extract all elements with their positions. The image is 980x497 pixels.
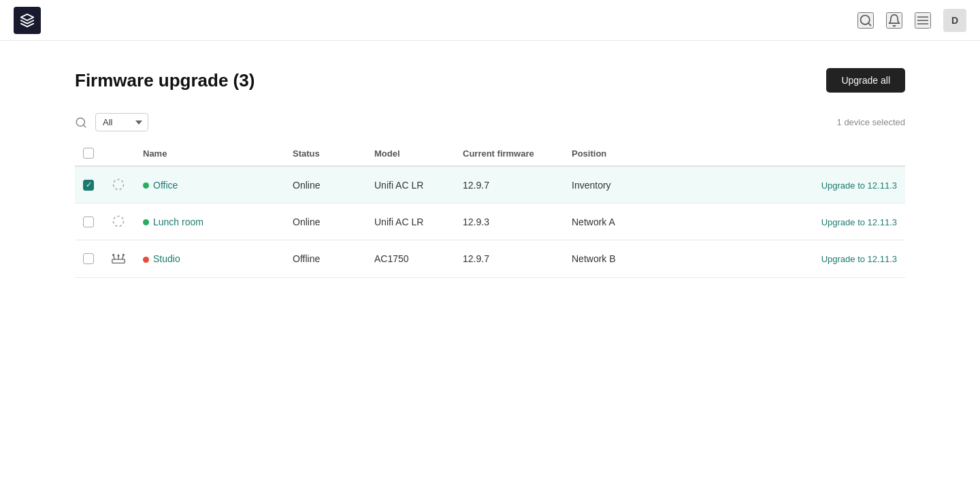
- col-header-name: Name: [135, 141, 284, 166]
- device-position-office: Inventory: [564, 166, 686, 204]
- col-header-status: Status: [284, 141, 366, 166]
- device-name-link-office[interactable]: Office: [153, 180, 178, 191]
- table-row: OfficeOnlineUnifi AC LR12.9.7InventoryUp…: [75, 166, 905, 204]
- svg-line-1: [868, 22, 871, 25]
- status-dot-lunch-room: [143, 219, 149, 225]
- device-status-office: Online: [284, 166, 366, 204]
- col-header-model: Model: [366, 141, 455, 166]
- header-select-all: [75, 141, 102, 166]
- device-model-studio: AC1750: [366, 240, 455, 278]
- row-checkbox-office[interactable]: [83, 180, 94, 191]
- device-table-body: OfficeOnlineUnifi AC LR12.9.7InventoryUp…: [75, 166, 905, 278]
- svg-rect-9: [112, 259, 125, 263]
- upgrade-link-studio[interactable]: Upgrade to 12.11.3: [821, 254, 897, 264]
- ap-icon: [112, 214, 125, 228]
- device-firmware-lunch-room: 12.9.3: [455, 204, 564, 240]
- device-icon-office: [102, 166, 135, 204]
- notifications-button[interactable]: [886, 12, 902, 29]
- select-all-checkbox[interactable]: [83, 148, 94, 159]
- svg-point-7: [114, 180, 124, 190]
- col-header-firmware: Current firmware: [455, 141, 564, 166]
- ap-icon: [112, 178, 125, 191]
- upgrade-link-office[interactable]: Upgrade to 12.11.3: [821, 180, 897, 191]
- header-actions: D: [858, 9, 966, 32]
- selected-count-label: 1 device selected: [837, 117, 905, 127]
- device-icon-lunch-room: [102, 204, 135, 240]
- device-position-studio: Network B: [564, 240, 686, 278]
- table-row: StudioOfflineAC175012.9.7Network BUpgrad…: [75, 240, 905, 278]
- menu-button[interactable]: [915, 12, 931, 29]
- device-firmware-office: 12.9.7: [455, 166, 564, 204]
- device-status-studio: Offline: [284, 240, 366, 278]
- logo-icon: [20, 13, 35, 28]
- device-model-lunch-room: Unifi AC LR: [366, 204, 455, 240]
- device-icon-studio: [102, 240, 135, 278]
- filter-controls: All Online Offline: [75, 113, 148, 131]
- row-checkbox-lunch-room[interactable]: [83, 217, 94, 227]
- app-logo[interactable]: [14, 7, 41, 34]
- svg-point-13: [118, 255, 119, 256]
- svg-line-10: [114, 255, 115, 259]
- upgrade-link-lunch-room[interactable]: Upgrade to 12.11.3: [821, 217, 897, 227]
- device-status-lunch-room: Online: [284, 204, 366, 240]
- table-search-icon: [75, 116, 87, 129]
- status-dot-office: [143, 182, 149, 189]
- search-icon: [859, 14, 872, 27]
- upgrade-all-button[interactable]: Upgrade all: [826, 68, 905, 93]
- device-name-link-lunch-room[interactable]: Lunch room: [153, 217, 203, 227]
- svg-point-8: [114, 217, 124, 227]
- device-name-link-studio[interactable]: Studio: [153, 253, 180, 264]
- router-icon: [110, 250, 127, 266]
- device-position-lunch-room: Network A: [564, 204, 686, 240]
- device-table: Name Status Model Current firmware Posit…: [75, 141, 905, 278]
- app-header: D: [0, 0, 980, 41]
- svg-point-15: [122, 255, 124, 256]
- svg-line-6: [83, 125, 85, 127]
- status-dot-studio: [143, 257, 149, 263]
- svg-point-14: [113, 255, 114, 256]
- table-search-button[interactable]: [75, 116, 87, 129]
- row-checkbox-studio[interactable]: [83, 253, 94, 264]
- page-title: Firmware upgrade (3): [75, 70, 255, 91]
- router-svg: [111, 251, 126, 266]
- main-content: Firmware upgrade (3) Upgrade all All Onl…: [0, 41, 980, 305]
- col-header-position: Position: [564, 141, 686, 166]
- page-header: Firmware upgrade (3) Upgrade all: [75, 68, 905, 93]
- user-avatar[interactable]: D: [943, 9, 966, 32]
- device-firmware-studio: 12.9.7: [455, 240, 564, 278]
- device-model-office: Unifi AC LR: [366, 166, 455, 204]
- bell-icon: [887, 14, 901, 27]
- filter-row: All Online Offline 1 device selected: [75, 113, 905, 131]
- search-button[interactable]: [858, 12, 874, 29]
- svg-line-11: [122, 255, 124, 259]
- menu-icon: [916, 14, 930, 27]
- table-row: Lunch roomOnlineUnifi AC LR12.9.3Network…: [75, 204, 905, 240]
- filter-dropdown[interactable]: All Online Offline: [95, 113, 148, 131]
- table-header: Name Status Model Current firmware Posit…: [75, 141, 905, 166]
